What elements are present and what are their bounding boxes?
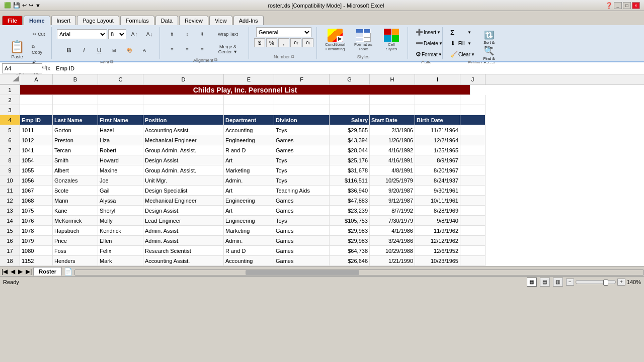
quick-access-dropdown[interactable]: ▼ (35, 3, 41, 9)
quick-access-save[interactable]: 💾 (13, 2, 20, 9)
sheet-nav-prev[interactable]: ◀ (9, 267, 17, 276)
cell[interactable]: Liza (98, 135, 143, 145)
cell[interactable]: 8/20/1967 (415, 165, 460, 175)
formula-input[interactable] (54, 63, 642, 73)
cell[interactable]: 8/28/1969 (415, 206, 460, 216)
quick-access-redo[interactable]: ↪ (29, 2, 33, 9)
row-number[interactable]: 2 (0, 95, 20, 105)
cell[interactable]: 1080 (20, 246, 53, 256)
cell[interactable]: Price (53, 236, 98, 246)
page-break-view-button[interactable]: ▥ (553, 278, 563, 287)
cell[interactable]: Mechanical Engineer (143, 135, 224, 145)
cell[interactable]: Sheryl (98, 206, 143, 216)
cell[interactable]: Emp ID (20, 115, 53, 125)
wrap-text-button[interactable]: Wrap Text (210, 27, 246, 41)
cell[interactable]: Smith (53, 155, 98, 165)
cell[interactable]: Gail (98, 186, 143, 196)
cell[interactable]: 9/30/1961 (415, 186, 460, 196)
increase-decimal-button[interactable]: .0↑ (290, 38, 301, 47)
col-header-b[interactable]: B (53, 74, 98, 84)
cell[interactable]: 4/1/1986 (370, 226, 415, 236)
cell[interactable]: Foss (53, 246, 98, 256)
decrease-decimal-button[interactable]: .0↓ (302, 38, 313, 47)
decrease-font-button[interactable]: A↓ (142, 27, 156, 41)
cell[interactable] (143, 95, 224, 105)
cell[interactable]: Last Name (53, 115, 98, 125)
sheet-tab-roster[interactable]: Roster (33, 267, 62, 276)
cell[interactable]: Engineering (224, 196, 274, 206)
cell[interactable] (460, 256, 486, 266)
cell[interactable]: Preston (53, 135, 98, 145)
sheet-tab-add-icon[interactable]: 📄 (64, 267, 72, 276)
cell[interactable] (330, 105, 370, 115)
cell[interactable]: Design Assist. (143, 206, 224, 216)
cell[interactable]: Group Admin. Assist. (143, 145, 224, 155)
cell[interactable]: Art (224, 206, 274, 216)
row-number[interactable]: 15 (0, 226, 20, 236)
insert-button[interactable]: ➕ Insert ▼ (413, 27, 439, 37)
paste-button[interactable]: 📋 Paste (6, 36, 28, 62)
cell[interactable]: 8/7/1992 (370, 206, 415, 216)
cell[interactable]: Engineering (224, 135, 274, 145)
tab-home[interactable]: Home (24, 16, 50, 25)
increase-font-button[interactable]: A↑ (127, 27, 141, 41)
cell[interactable]: 7/30/1979 (370, 216, 415, 226)
cell[interactable]: 1012 (20, 135, 53, 145)
cell-styles-button[interactable]: CellStyles (378, 27, 405, 53)
cell[interactable]: Start Date (370, 115, 415, 125)
row-number[interactable]: 9 (0, 165, 20, 175)
cell[interactable]: Games (274, 236, 330, 246)
cell[interactable]: $31,678 (330, 165, 370, 175)
row-number[interactable]: 13 (0, 206, 20, 216)
cell[interactable]: 10/25/1979 (370, 175, 415, 186)
cell[interactable]: 1152 (20, 256, 53, 266)
normal-view-button[interactable]: ▦ (527, 278, 537, 287)
cell[interactable]: 1075 (20, 206, 53, 216)
cell[interactable]: Games (274, 226, 330, 236)
align-bottom-button[interactable]: ⬇ (195, 27, 209, 41)
cell[interactable] (330, 95, 370, 105)
cell[interactable]: 11/21/1964 (415, 125, 460, 135)
zoom-slider[interactable] (576, 280, 616, 284)
col-header-h[interactable]: H (370, 74, 415, 84)
sort-filter-button[interactable]: 🔃 Sort &Filter (476, 29, 502, 44)
cell[interactable]: Mann (53, 196, 98, 206)
row-number[interactable]: 12 (0, 196, 20, 206)
cell[interactable]: 10/11/1961 (415, 196, 460, 206)
cell[interactable]: Childs Play, Inc. Personnel List (20, 85, 470, 95)
cell[interactable]: Kendrick (98, 226, 143, 236)
cell[interactable]: Games (274, 206, 330, 216)
formula-function-button[interactable]: fx (44, 65, 52, 72)
cell[interactable]: 1056 (20, 175, 53, 186)
cell[interactable]: Mark (98, 256, 143, 266)
cell[interactable]: $47,883 (330, 196, 370, 206)
cell[interactable]: $29,983 (330, 226, 370, 236)
cell[interactable] (460, 95, 486, 105)
cell[interactable]: 4/8/1991 (370, 165, 415, 175)
close-button[interactable]: × (632, 2, 640, 9)
row-number[interactable]: 4 (0, 115, 20, 125)
cell[interactable]: 10/29/1988 (370, 246, 415, 256)
cell[interactable]: Design Assist. (143, 155, 224, 165)
cell[interactable]: 4/16/1991 (370, 155, 415, 165)
quick-access-undo[interactable]: ↩ (22, 2, 27, 9)
delete-button[interactable]: ➖ Delete ▼ (413, 38, 439, 48)
cell[interactable]: 1055 (20, 165, 53, 175)
cell[interactable]: $43,394 (330, 135, 370, 145)
cell[interactable]: $28,044 (330, 145, 370, 155)
cell[interactable] (460, 206, 486, 216)
cell[interactable]: Howard (98, 155, 143, 165)
row-number[interactable]: 3 (0, 105, 20, 115)
underline-button[interactable]: U (92, 43, 106, 57)
cell[interactable]: Accounting Assist. (143, 256, 224, 266)
cell[interactable]: $23,239 (330, 206, 370, 216)
cell[interactable]: Maxine (98, 165, 143, 175)
maximize-button[interactable]: □ (623, 2, 631, 9)
cell[interactable]: Division (274, 115, 330, 125)
cell[interactable] (98, 105, 143, 115)
cell[interactable]: Toys (274, 155, 330, 165)
row-number[interactable]: 16 (0, 236, 20, 246)
cell[interactable]: Toys (274, 125, 330, 135)
cell[interactable] (53, 95, 98, 105)
cell[interactable] (224, 105, 274, 115)
